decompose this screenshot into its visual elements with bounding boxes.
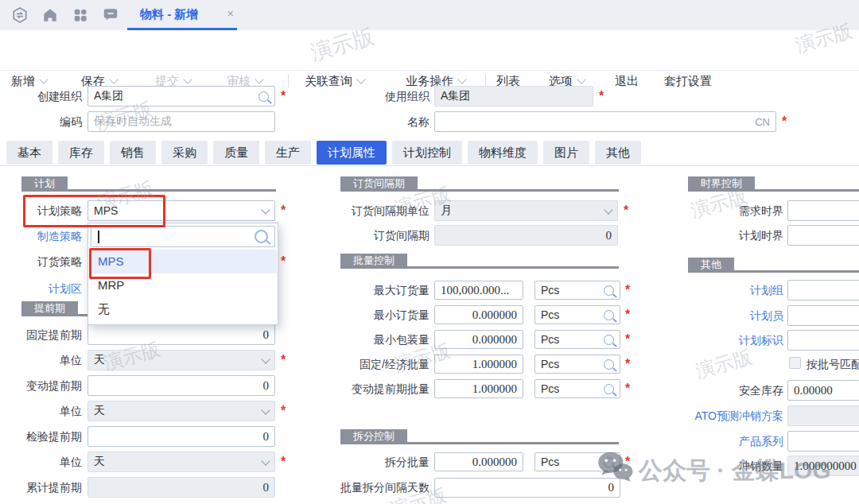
planner-label[interactable]: 计划员	[672, 305, 783, 326]
plan-fence-label: 计划时界	[672, 225, 783, 246]
home-icon[interactable]	[41, 6, 59, 24]
lookup-icon[interactable]	[258, 91, 269, 102]
dropdown-option-mrp[interactable]: MRP	[89, 273, 277, 297]
dropdown-option-none[interactable]: 无	[89, 297, 277, 321]
dropdown-option-mps[interactable]: MPS	[89, 250, 277, 273]
required-marker: *	[625, 358, 630, 370]
tab-divider	[0, 165, 859, 166]
dropdown-search-input[interactable]	[91, 226, 275, 247]
toolbar-divider	[288, 74, 289, 87]
min-order-qty-unit-input[interactable]: Pcs	[534, 305, 620, 324]
fixed-leadtime-input[interactable]: 0	[87, 324, 275, 345]
tab-picture[interactable]: 图片	[543, 141, 589, 165]
variable-leadtime-unit-combobox[interactable]: 天	[87, 401, 275, 421]
required-marker: *	[782, 115, 787, 128]
logo-sync-icon[interactable]	[11, 6, 29, 24]
mfg-strategy-label[interactable]: 制造策略	[0, 226, 82, 246]
lookup-icon[interactable]	[604, 359, 614, 370]
variable-leadtime-input[interactable]: 0	[87, 375, 275, 396]
variable-leadtime-label: 变动提前期	[0, 375, 82, 396]
min-package-qty-input[interactable]: 0.000000	[434, 330, 523, 349]
code-input[interactable]: 保存时自动生成	[87, 111, 275, 132]
match-by-batch-label: 按批号匹配	[807, 358, 859, 372]
inspection-leadtime-input[interactable]: 0	[87, 426, 275, 447]
tab-inventory[interactable]: 库存	[58, 141, 104, 165]
order-interval-unit-combobox[interactable]: 月	[434, 200, 618, 221]
min-order-qty-input[interactable]: 0.000000	[434, 305, 523, 324]
plan-flag-label[interactable]: 计划标识	[672, 330, 783, 351]
close-tab-icon[interactable]: ×	[227, 7, 234, 20]
product-series-label[interactable]: 产品系列	[672, 431, 783, 452]
split-interval-days-label: 批量拆分间隔天数	[302, 478, 430, 498]
safety-stock-input[interactable]: 0.00000	[787, 380, 859, 401]
chevron-down-icon	[39, 75, 48, 83]
split-batch-input[interactable]: 0.000000	[434, 452, 523, 471]
lookup-icon[interactable]	[604, 285, 614, 296]
tab-sales[interactable]: 销售	[110, 141, 156, 165]
tab-purchase[interactable]: 采购	[161, 141, 208, 165]
ato-forecast-offset-label[interactable]: ATO预测冲销方案	[672, 405, 783, 426]
plan-area-label[interactable]: 计划区	[0, 278, 82, 299]
inspection-leadtime-label: 检验提前期	[0, 426, 82, 447]
tab-other[interactable]: 其他	[595, 141, 641, 165]
page-title: 物料 - 新增	[140, 7, 198, 22]
section-order-interval: 订货间隔期	[340, 176, 619, 192]
lookup-icon[interactable]	[604, 335, 614, 345]
message-icon[interactable]	[102, 6, 119, 24]
fixed-economic-batch-unit-input[interactable]: Pcs	[534, 355, 620, 374]
name-input[interactable]: CN	[434, 111, 776, 132]
plan-fence-input[interactable]	[787, 225, 859, 246]
tab-material-dimension[interactable]: 物料维度	[468, 141, 538, 165]
lookup-icon[interactable]	[604, 384, 614, 394]
unit-label: 单位	[0, 350, 82, 370]
variable-leadtime-batch-unit-input[interactable]: Pcs	[534, 379, 620, 398]
split-batch-unit-input[interactable]: Pcs	[534, 452, 620, 471]
tab-plan-attributes[interactable]: 计划属性	[317, 141, 387, 165]
section-split-control: 拆分控制	[340, 428, 619, 444]
print-setup-button[interactable]: 套打设置	[664, 72, 712, 91]
min-package-qty-unit-input[interactable]: Pcs	[534, 330, 620, 349]
max-order-qty-label: 最大订货量	[302, 281, 430, 300]
chevron-down-icon	[255, 75, 263, 83]
variable-leadtime-batch-input[interactable]: 1.000000	[434, 379, 523, 398]
max-order-qty-unit-input[interactable]: Pcs	[534, 281, 620, 300]
fixed-economic-batch-input[interactable]: 1.000000	[434, 355, 523, 374]
tab-material-new[interactable]: 物料 - 新增 ×	[127, 0, 237, 30]
product-series-input[interactable]	[787, 431, 859, 452]
plan-group-label[interactable]: 计划组	[672, 280, 783, 300]
tab-production[interactable]: 生产	[265, 141, 311, 165]
tab-basic[interactable]: 基本	[6, 141, 52, 165]
inspection-leadtime-unit-combobox[interactable]: 天	[87, 452, 275, 472]
max-order-qty-input[interactable]: 100,000.000...	[434, 281, 523, 300]
tab-quality[interactable]: 质量	[213, 141, 259, 165]
exit-button[interactable]: 退出	[615, 72, 639, 91]
plan-strategy-dropdown: MPS MRP 无	[87, 223, 278, 325]
required-marker: *	[625, 456, 630, 468]
locale-suffix: CN	[755, 116, 770, 128]
use-org-label: 使用组织	[342, 86, 430, 107]
demand-fence-input[interactable]	[787, 200, 859, 221]
required-marker: *	[625, 284, 630, 297]
match-by-batch-checkbox[interactable]	[789, 357, 801, 369]
chevron-down-icon	[604, 205, 612, 214]
required-marker: *	[625, 308, 630, 321]
fixed-leadtime-unit-combobox[interactable]: 天	[87, 350, 275, 370]
plan-strategy-label: 计划策略	[0, 200, 82, 221]
lookup-icon[interactable]	[604, 310, 614, 320]
plan-flag-input[interactable]	[787, 330, 859, 351]
plan-strategy-combobox[interactable]: MPS	[87, 200, 275, 221]
search-icon[interactable]	[255, 230, 268, 243]
planner-input[interactable]	[787, 305, 859, 326]
lookup-icon[interactable]	[604, 457, 614, 467]
min-order-qty-label: 最小订货量	[302, 305, 430, 324]
create-org-input[interactable]: A集团	[87, 86, 275, 107]
tab-strip: 基本 库存 销售 采购 质量 生产 计划属性 计划控制 物料维度 图片 其他	[6, 141, 641, 165]
chevron-down-icon	[109, 75, 118, 83]
split-interval-days-input[interactable]: 0	[434, 478, 620, 498]
section-time-fence: 时界控制	[688, 176, 859, 192]
apps-grid-icon[interactable]	[72, 6, 89, 24]
plan-group-input[interactable]	[787, 280, 859, 300]
tab-plan-control[interactable]: 计划控制	[392, 141, 462, 165]
chevron-down-icon	[261, 405, 270, 414]
required-marker: *	[599, 90, 604, 103]
